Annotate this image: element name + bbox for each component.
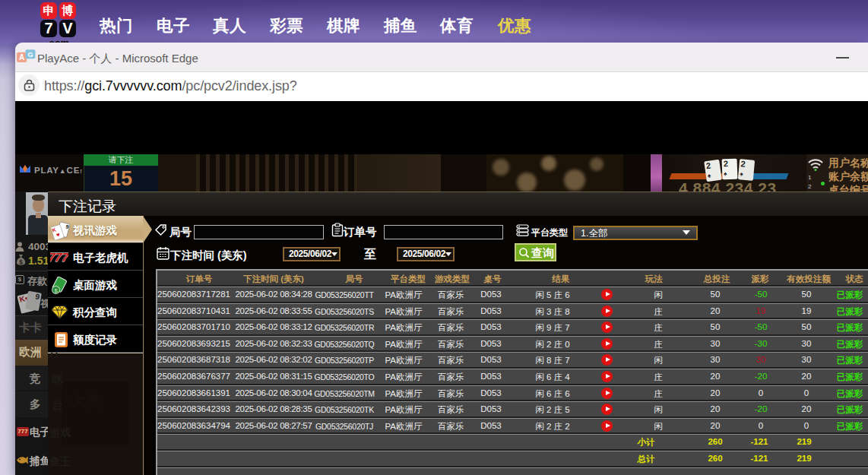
svg-text:G: G xyxy=(27,51,33,59)
svg-text:$: $ xyxy=(19,258,23,266)
svg-text:777: 777 xyxy=(50,251,68,264)
svg-text:A: A xyxy=(19,53,24,62)
